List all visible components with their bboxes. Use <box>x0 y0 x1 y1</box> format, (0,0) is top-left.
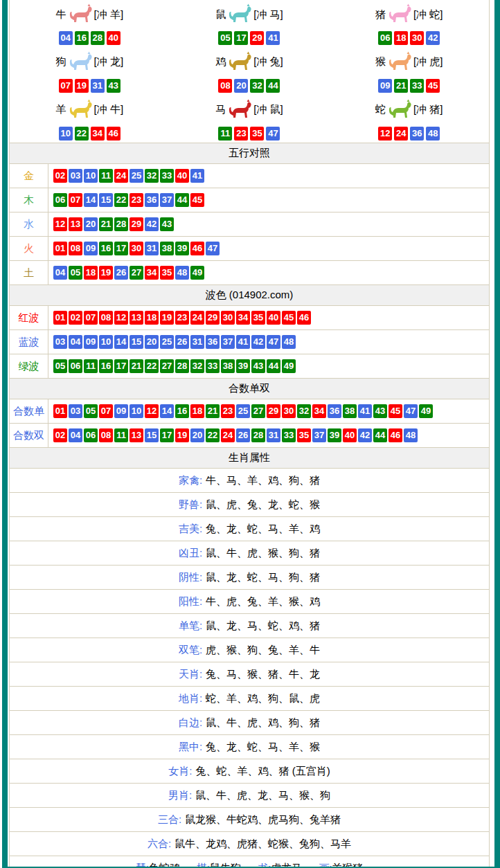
zodiac-clash-label: [冲 蛇] <box>413 8 443 21</box>
attribute-row: 凶丑:鼠、牛、虎、猴、狗、猪 <box>10 541 489 566</box>
number-ball: 04 <box>59 31 73 45</box>
number-ball: 13 <box>130 311 143 325</box>
number-ball: 13 <box>69 217 82 231</box>
zodiac-cell: 猴[冲 虎]09213345 <box>329 48 489 96</box>
number-ball: 41 <box>266 31 280 45</box>
number-ball: 10 <box>59 127 73 141</box>
zodiac-name: 鼠 <box>215 8 226 21</box>
number-ball: 02 <box>53 169 67 183</box>
attribute-label: 阴性: <box>179 571 202 584</box>
zodiac-cell: 鸡[冲 兔]08203244 <box>170 48 330 96</box>
number-ball: 45 <box>426 79 440 93</box>
attribute-row: 野兽:鼠、虎、兔、龙、蛇、猴 <box>10 493 489 517</box>
number-ball: 17 <box>160 428 174 442</box>
row-label: 水 <box>10 213 48 236</box>
number-ball: 36 <box>410 127 424 141</box>
number-ball: 48 <box>426 127 440 141</box>
pig-icon <box>387 3 412 26</box>
number-ball: 26 <box>114 266 128 280</box>
number-ball: 21 <box>206 404 220 418</box>
zodiac-title: 猴[冲 虎] <box>375 50 443 75</box>
attribute-value: 兔、蛇、羊、鸡、猪 (五宫肖) <box>196 765 330 778</box>
number-ball: 15 <box>130 335 143 349</box>
frame-border-left <box>2 0 8 868</box>
attribute-row: 女肖:兔、蛇、羊、鸡、猪 (五宫肖) <box>10 759 489 784</box>
number-ball: 12 <box>145 404 159 418</box>
row-balls: 0103050709101214161821232527293032343638… <box>48 399 433 423</box>
number-row: 红波0102070812131819232429303435404546 <box>10 306 489 330</box>
number-ball: 43 <box>160 217 174 231</box>
row-label: 金 <box>10 164 48 188</box>
number-ball: 32 <box>297 404 311 418</box>
number-ball: 31 <box>190 335 204 349</box>
number-ball: 23 <box>175 311 189 325</box>
zodiac-cell: 蛇[冲 猪]12243648 <box>329 95 489 143</box>
zodiac-clash-grid: 牛[冲 羊]04162840鼠[冲 马]05172941猪[冲 蛇]061830… <box>10 0 489 143</box>
attribute-value: 牛、马、羊、鸡、狗、猪 <box>206 474 320 487</box>
row-label: 红波 <box>10 306 48 329</box>
zodiac-clash-label: [冲 马] <box>253 8 283 21</box>
attribute-label: 阳性: <box>179 595 202 608</box>
number-ball: 11 <box>218 127 232 141</box>
attribute-value: 虎、猴、狗、兔、羊、牛 <box>206 644 320 657</box>
number-ball: 20 <box>190 428 204 442</box>
number-ball: 31 <box>91 79 105 93</box>
number-ball: 15 <box>145 428 159 442</box>
row-label: 蓝波 <box>10 330 48 354</box>
number-ball: 27 <box>130 266 143 280</box>
number-row: 绿波05061116172122272832333839434449 <box>10 354 489 379</box>
number-ball: 43 <box>373 404 387 418</box>
number-ball: 44 <box>175 193 189 207</box>
number-ball: 29 <box>250 31 264 45</box>
zodiac-cell: 猪[冲 蛇]06183042 <box>329 0 489 48</box>
zodiac-title: 羊[冲 牛] <box>56 98 124 123</box>
zodiac-clash-label: [冲 鼠] <box>253 103 283 116</box>
number-ball: 12 <box>378 127 392 141</box>
attribute-value: 牛、虎、兔、羊、猴、鸡 <box>206 595 320 608</box>
attribute-label: 吉美: <box>179 523 202 536</box>
zodiac-ball-row: 06183042 <box>378 31 440 45</box>
number-ball: 15 <box>99 193 113 207</box>
number-ball: 24 <box>394 127 408 141</box>
number-ball: 48 <box>282 335 296 349</box>
number-ball: 01 <box>53 404 67 418</box>
number-row: 水1213202128294243 <box>10 213 489 237</box>
zodiac-title: 鸡[冲 兔] <box>215 50 283 75</box>
number-ball: 25 <box>160 335 174 349</box>
zodiac-title: 猪[冲 蛇] <box>375 2 443 27</box>
zodiac-title: 鼠[冲 马] <box>215 2 283 27</box>
attribute-value: 鼠牛、龙鸡、虎猪、蛇猴、兔狗、马羊 <box>175 838 351 851</box>
row-balls: 03040910141520252631363741424748 <box>48 330 296 354</box>
attribute-label: 野兽: <box>179 498 202 512</box>
zodiac-clash-label: [冲 牛] <box>94 103 124 116</box>
number-ball: 18 <box>190 404 204 418</box>
attribute-label: 女肖: <box>168 765 192 778</box>
number-ball: 40 <box>175 169 189 183</box>
number-ball: 42 <box>426 31 440 45</box>
attribute-value: 鼠龙猴、牛蛇鸡、虎马狗、兔羊猪 <box>185 813 341 826</box>
number-ball: 03 <box>69 169 82 183</box>
attribute-value: 鼠、牛、虎、鸡、狗、猪 <box>206 716 320 730</box>
number-ball: 21 <box>99 217 113 231</box>
number-ball: 49 <box>190 266 204 280</box>
row-label: 绿波 <box>10 354 48 378</box>
number-ball: 41 <box>190 169 204 183</box>
number-ball: 13 <box>130 428 143 442</box>
zodiac-cell: 马[冲 鼠]11233547 <box>170 95 330 143</box>
number-row: 合数双0204060811131517192022242628313335373… <box>10 424 489 448</box>
number-ball: 06 <box>53 193 67 207</box>
number-ball: 23 <box>130 193 143 207</box>
number-ball: 36 <box>206 335 220 349</box>
number-ball: 11 <box>84 359 98 373</box>
number-ball: 21 <box>130 359 143 373</box>
dog-icon <box>68 51 93 73</box>
number-row: 金02031011242532334041 <box>10 164 489 188</box>
number-ball: 49 <box>419 404 433 418</box>
number-ball: 06 <box>84 428 98 442</box>
number-ball: 04 <box>69 335 82 349</box>
number-ball: 14 <box>160 404 174 418</box>
zodiac-ball-row: 12243648 <box>378 127 440 141</box>
zodiac-cell: 鼠[冲 马]05172941 <box>170 0 330 48</box>
zodiac-title: 马[冲 鼠] <box>215 98 283 123</box>
number-ball: 09 <box>114 404 128 418</box>
